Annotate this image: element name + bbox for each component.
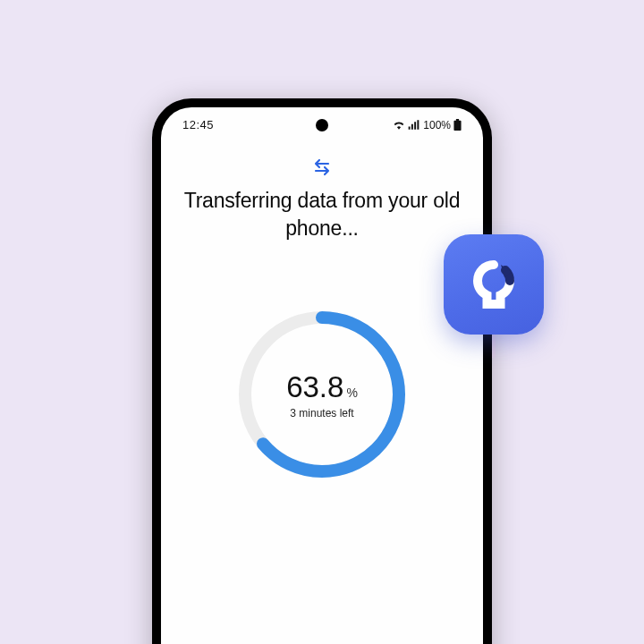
battery-icon bbox=[453, 119, 462, 131]
wifi-icon bbox=[393, 120, 405, 130]
phone-frame: 12:45 100% Transferr bbox=[152, 98, 492, 644]
signal-icon bbox=[408, 120, 419, 130]
status-indicators: 100% bbox=[393, 119, 462, 131]
battery-text: 100% bbox=[423, 119, 451, 131]
front-camera bbox=[316, 119, 328, 131]
phone-screen: 12:45 100% Transferr bbox=[161, 107, 483, 644]
progress-center: 63.8 % 3 minutes left bbox=[233, 305, 411, 484]
progress-ring: 63.8 % 3 minutes left bbox=[233, 305, 411, 484]
status-time: 12:45 bbox=[182, 118, 214, 131]
progress-ring-container: 63.8 % 3 minutes left bbox=[182, 305, 462, 484]
transfer-arrows-icon bbox=[311, 158, 333, 180]
percent-value: 63.8 bbox=[286, 370, 343, 404]
page-title: Transferring data from your old phone... bbox=[182, 187, 462, 242]
smart-switch-app-icon bbox=[444, 234, 544, 335]
app-content: Transferring data from your old phone...… bbox=[161, 135, 483, 484]
progress-percent: 63.8 % bbox=[286, 370, 358, 404]
time-remaining: 3 minutes left bbox=[290, 407, 353, 419]
percent-sign: % bbox=[346, 386, 357, 400]
